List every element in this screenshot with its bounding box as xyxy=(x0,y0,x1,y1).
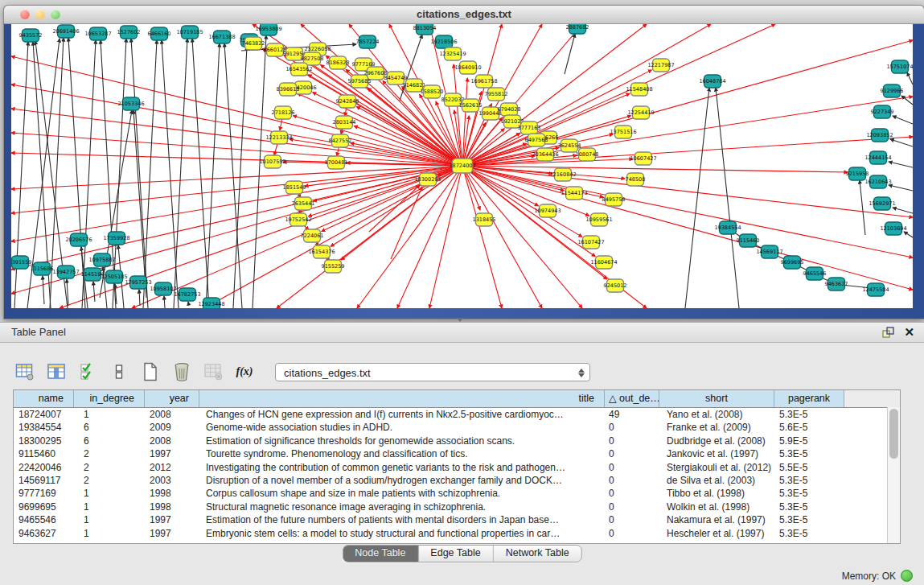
graph-node[interactable]: 16671388 xyxy=(208,31,235,43)
tab-network-table[interactable]: Network Table xyxy=(494,546,581,562)
column-header-pagerank[interactable]: pagerank xyxy=(774,390,844,407)
graph-node[interactable]: 9699695 xyxy=(781,256,804,269)
graph-node[interactable]: 12325419 xyxy=(439,47,466,60)
float-panel-icon[interactable] xyxy=(882,327,894,338)
graph-node[interactable]: 5975685 xyxy=(348,75,372,88)
graph-node[interactable]: 9391559 xyxy=(11,256,31,269)
graph-node[interactable]: 748508 xyxy=(626,173,646,186)
graph-node[interactable]: 16953809 xyxy=(255,24,281,35)
graph-node[interactable]: 20206576 xyxy=(65,233,92,246)
graph-node[interactable]: 3624554 xyxy=(558,139,581,152)
graph-node[interactable]: 9155259 xyxy=(322,260,345,273)
graph-node[interactable]: 3777163 xyxy=(518,122,541,134)
graph-node[interactable]: 2887682 xyxy=(566,24,589,34)
graph-node[interactable]: 9435572 xyxy=(19,29,43,42)
table-row[interactable]: 977716911998Corpus callosum shape and si… xyxy=(14,487,900,500)
close-window-icon[interactable] xyxy=(20,10,30,19)
graph-node[interactable]: 16048784 xyxy=(699,75,725,88)
graph-hub-node[interactable]: 18724007 xyxy=(449,159,475,173)
graph-node[interactable]: 15751074 xyxy=(886,60,913,73)
graph-node[interactable]: 8396615 xyxy=(277,83,300,96)
column-header-year[interactable]: year xyxy=(145,390,199,407)
graph-node[interactable]: 19384554 xyxy=(714,221,741,234)
table-settings-icon[interactable] xyxy=(14,361,35,382)
table-row[interactable]: 969969511998Structural magnetic resonanc… xyxy=(14,501,900,513)
network-window-titlebar[interactable]: citations_edges.txt xyxy=(4,6,924,24)
graph-node[interactable]: 9227349 xyxy=(871,105,894,118)
graph-node[interactable]: 20691406 xyxy=(52,25,79,38)
graph-node[interactable]: 6497568 xyxy=(525,134,548,146)
graph-node[interactable]: 12103694 xyxy=(880,222,906,235)
graph-node[interactable]: 15692971 xyxy=(869,197,895,210)
function-builder-icon[interactable]: f(x) xyxy=(234,361,255,382)
column-header-title[interactable]: title xyxy=(199,390,605,407)
graph-node[interactable]: 2803144 xyxy=(333,116,356,129)
minimize-window-icon[interactable] xyxy=(35,10,45,19)
table-row[interactable]: 946554611997Estimation of the future num… xyxy=(14,513,900,526)
graph-node[interactable]: 9242848 xyxy=(336,95,359,108)
graph-node[interactable]: 1588520 xyxy=(421,85,444,98)
table-row[interactable]: 946362711997Embryonic stem cells: a mode… xyxy=(14,527,900,540)
graph-node[interactable]: 7463822 xyxy=(242,37,265,50)
graph-node[interactable]: 17957253 xyxy=(125,276,151,289)
graph-node[interactable]: 10653287 xyxy=(84,27,111,40)
graph-node[interactable]: 21053346 xyxy=(117,97,144,110)
graph-node[interactable]: 16961758 xyxy=(470,75,497,88)
tab-node-table[interactable]: Node Table xyxy=(343,546,418,562)
graph-node[interactable]: 11548408 xyxy=(626,83,652,96)
graph-node[interactable]: 1851549 xyxy=(283,181,306,194)
graph-node[interactable]: 7955812 xyxy=(485,88,508,101)
graph-node[interactable]: 2718126 xyxy=(272,106,295,119)
vertical-scrollbar[interactable] xyxy=(887,407,900,543)
graph-node[interactable]: 1700481 xyxy=(325,156,348,169)
graph-node[interactable]: 13942757 xyxy=(52,266,79,278)
graph-node[interactable]: 10958107 xyxy=(150,282,176,295)
graph-node[interactable]: 10107552 xyxy=(259,155,285,168)
graph-node[interactable]: 12217987 xyxy=(647,59,674,72)
table-row[interactable]: 1830029562008Estimation of significance … xyxy=(14,435,900,447)
graph-node[interactable]: 10975887 xyxy=(88,253,115,266)
table-row[interactable]: 911546021997Tourette syndrome. Phenomeno… xyxy=(14,447,900,460)
graph-node[interactable]: 13751516 xyxy=(610,126,636,138)
import-table-icon[interactable] xyxy=(109,361,129,382)
graph-node[interactable]: 12444154 xyxy=(864,151,891,164)
graph-node[interactable]: 12213334 xyxy=(265,131,292,144)
graph-node[interactable]: 6794028 xyxy=(498,103,521,116)
scrollbar-thumb[interactable] xyxy=(889,409,898,459)
table-row[interactable]: 1938455462009Genome-wide association stu… xyxy=(14,421,900,434)
column-header-in_degree[interactable]: in_degree xyxy=(74,390,145,407)
graph-node[interactable]: 10719185 xyxy=(176,26,203,39)
graph-node[interactable]: 18640910 xyxy=(454,61,481,74)
graph-node[interactable]: 1318455 xyxy=(473,213,496,226)
graph-node[interactable]: 10959561 xyxy=(585,213,612,226)
graph-node[interactable]: 8427552 xyxy=(329,134,352,147)
graph-node[interactable]: 1527602 xyxy=(117,26,141,39)
graph-node[interactable]: 6466160 xyxy=(148,27,171,40)
column-header-out_de[interactable]: △ out_de… xyxy=(605,390,659,407)
row-selection-icon[interactable] xyxy=(77,361,98,382)
graph-node[interactable]: 1115686 xyxy=(31,262,54,275)
table-row[interactable]: 2242004622012Investigating the contribut… xyxy=(14,461,900,474)
close-panel-icon[interactable]: ✕ xyxy=(904,323,914,342)
table-row[interactable]: 1872400712008Changes of HCN gene express… xyxy=(14,408,900,421)
column-header-short[interactable]: short xyxy=(659,390,774,407)
graph-node[interactable]: 12160842 xyxy=(549,168,576,181)
graph-node[interactable]: 8495758 xyxy=(602,193,626,206)
graph-node[interactable]: 12505185 xyxy=(101,270,127,283)
graph-node[interactable]: 16210643 xyxy=(864,175,891,188)
delete-table-icon[interactable] xyxy=(171,361,192,382)
graph-node[interactable]: 12254419 xyxy=(627,106,654,119)
new-table-icon[interactable] xyxy=(140,361,161,382)
tab-edge-table[interactable]: Edge Table xyxy=(418,546,493,562)
graph-node[interactable]: 7857224 xyxy=(356,35,380,48)
graph-node[interactable]: 9465546 xyxy=(803,267,827,280)
zoom-window-icon[interactable] xyxy=(51,10,60,19)
table-selector-dropdown[interactable]: citations_edges.txt xyxy=(275,363,590,381)
graph-node[interactable]: 9115460 xyxy=(737,234,760,247)
graph-node[interactable]: 16154376 xyxy=(308,245,335,258)
graph-node[interactable]: 9129966 xyxy=(881,84,904,97)
column-header-name[interactable]: name xyxy=(14,390,74,407)
graph-node[interactable]: 8813054 xyxy=(413,24,437,35)
table-row[interactable]: 1456911722003Disruption of a novel membe… xyxy=(14,474,900,487)
graph-node[interactable]: 8186328 xyxy=(326,56,350,69)
